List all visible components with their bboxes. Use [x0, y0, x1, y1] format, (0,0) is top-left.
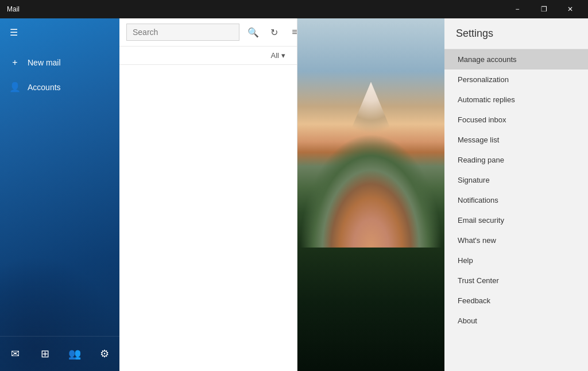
accounts-label: Accounts: [28, 83, 61, 92]
sidebar-item-new-mail[interactable]: + New mail: [0, 51, 119, 75]
sidebar: ☰ + New mail 👤 Accounts ✉ ⊞: [0, 18, 119, 371]
filter-chevron-icon: ▾: [281, 51, 285, 60]
minimize-button[interactable]: −: [504, 0, 531, 18]
filter-bar: All ▾: [119, 47, 297, 65]
titlebar: Mail − ❐ ✕: [0, 0, 588, 18]
email-list-body: [119, 65, 297, 371]
search-icon-button[interactable]: 🔍: [244, 23, 262, 41]
sidebar-nav: + New mail 👤 Accounts: [0, 46, 119, 336]
email-panel: 🔍 ↻ ≡ All ▾: [119, 18, 297, 371]
mountain-background: [297, 18, 444, 371]
hamburger-icon: ☰: [10, 27, 18, 38]
settings-item-email-security[interactable]: Email security: [444, 210, 588, 230]
search-bar: 🔍 ↻ ≡: [119, 18, 297, 47]
settings-list: Manage accountsPersonalizationAutomatic …: [444, 49, 588, 371]
accounts-icon: 👤: [9, 82, 21, 92]
settings-item-personalization[interactable]: Personalization: [444, 69, 588, 90]
settings-item-whats-new[interactable]: What's new: [444, 230, 588, 250]
settings-panel: Settings Manage accountsPersonalizationA…: [444, 18, 588, 371]
content-area: [297, 18, 444, 371]
people-footer-button[interactable]: 👥: [60, 341, 90, 366]
app-title: Mail: [5, 5, 20, 13]
settings-item-automatic-replies[interactable]: Automatic replies: [444, 90, 588, 110]
main-area: ☰ + New mail 👤 Accounts ✉ ⊞: [0, 18, 588, 371]
settings-item-reading-pane[interactable]: Reading pane: [444, 150, 588, 170]
settings-footer-icon: ⚙: [100, 347, 109, 360]
settings-title: Settings: [444, 18, 588, 49]
toolbar-icons: 🔍 ↻ ≡: [244, 23, 304, 41]
settings-item-focused-inbox[interactable]: Focused inbox: [444, 110, 588, 130]
settings-item-help[interactable]: Help: [444, 250, 588, 270]
settings-item-feedback[interactable]: Feedback: [444, 291, 588, 311]
mail-footer-button[interactable]: ✉: [0, 341, 30, 366]
settings-item-trust-center[interactable]: Trust Center: [444, 270, 588, 291]
hamburger-button[interactable]: ☰: [0, 18, 28, 46]
mail-footer-icon: ✉: [11, 347, 20, 360]
restore-button[interactable]: ❐: [531, 0, 557, 18]
settings-item-manage-accounts[interactable]: Manage accounts: [444, 49, 588, 69]
sidebar-item-accounts[interactable]: 👤 Accounts: [0, 75, 119, 99]
all-filter-button[interactable]: All ▾: [266, 49, 290, 62]
settings-item-about[interactable]: About: [444, 311, 588, 331]
close-button[interactable]: ✕: [557, 0, 583, 18]
settings-footer-button[interactable]: ⚙: [90, 341, 119, 366]
new-mail-label: New mail: [28, 58, 61, 67]
refresh-icon-button[interactable]: ↻: [265, 23, 283, 41]
settings-item-message-list[interactable]: Message list: [444, 130, 588, 150]
settings-item-signature[interactable]: Signature: [444, 170, 588, 190]
calendar-footer-button[interactable]: ⊞: [30, 341, 60, 366]
new-mail-icon: +: [9, 57, 21, 68]
sidebar-footer: ✉ ⊞ 👥 ⚙: [0, 336, 119, 371]
search-input[interactable]: [126, 24, 239, 41]
window-controls: − ❐ ✕: [504, 0, 583, 18]
calendar-footer-icon: ⊞: [41, 347, 49, 360]
filter-label: All: [271, 51, 279, 60]
people-footer-icon: 👥: [68, 347, 81, 360]
settings-item-notifications[interactable]: Notifications: [444, 190, 588, 210]
